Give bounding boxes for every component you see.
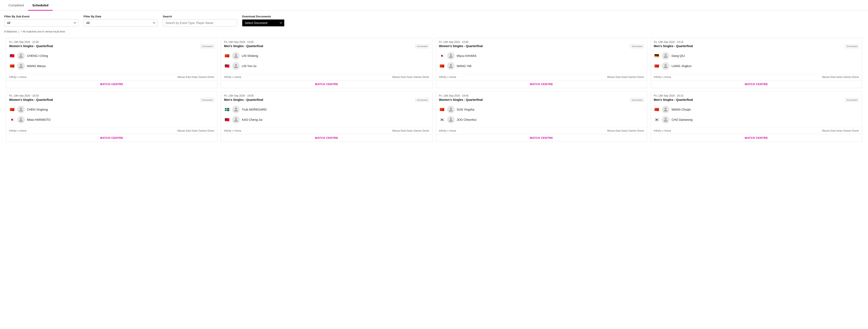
player-avatar-3-2 — [447, 62, 455, 70]
match-location-6: Macao East Asian Games Dome — [392, 129, 429, 132]
player-avatar-7-1 — [447, 106, 455, 113]
match-centre-button-1[interactable]: MATCH CENTRE — [6, 80, 217, 88]
match-datetime-1: Fri, 13th Sep 2024 - 12:30 — [9, 40, 214, 44]
player-avatar-3-1 — [447, 52, 455, 60]
player-row-6-2: 🇹🇼 KAO Cheng-Jui — [224, 115, 429, 125]
player-name-6-2: KAO Cheng-Jui — [242, 118, 262, 121]
match-datetime-3: Fri, 13th Sep 2024 - 13:40 — [439, 40, 644, 44]
player-row-6-1: 🇸🇪 Truls MOREGARD — [224, 104, 429, 115]
match-count-note: * All matches are in venue local time — [21, 30, 65, 33]
filter-sub-event: Filter By Sub Event All — [4, 15, 79, 27]
match-datetime-4: Fri, 13th Sep 2024 - 14:15 — [654, 40, 859, 44]
player-name-3-2: WANG Yidi — [457, 64, 472, 68]
filter-download: Download Documents Select Document — [242, 15, 284, 27]
match-location-7: Macao East Asian Games Dome — [607, 129, 644, 132]
match-status-1: Scheduled — [200, 44, 214, 48]
player-flag-1-1: 🇹🇼 — [9, 54, 15, 58]
match-location-3: Macao East Asian Games Dome — [607, 76, 644, 79]
player-row-2-1: 🇨🇳 LIN Shidong — [224, 51, 429, 61]
match-players-5: 🇨🇳 CHEN Xingtong 🇯🇵 Miwa HARIMOTO — [6, 104, 217, 127]
player-row-8-1: 🇨🇳 WANG Chuqin — [654, 104, 859, 115]
match-title-row-1: Women's Singles - Quarterfinal Scheduled — [9, 44, 214, 48]
player-avatar-5-1 — [17, 106, 25, 113]
filter-date: Filter By Date All — [84, 15, 158, 27]
match-venue-5: Infinity ∞ Arena — [9, 129, 26, 132]
match-title-row-6: Men's Singles - Quarterfinal Scheduled — [224, 98, 429, 102]
match-location-4: Macao East Asian Games Dome — [822, 76, 859, 79]
tabs-container: Completed Scheduled — [0, 0, 868, 10]
match-header-8: Fri, 13th Sep 2024 - 20:15 Men's Singles… — [651, 92, 862, 104]
player-flag-2-1: 🇨🇳 — [224, 54, 230, 58]
filter-date-label: Filter By Date — [84, 15, 158, 18]
match-venue-4: Infinity ∞ Arena — [654, 76, 671, 79]
tab-scheduled[interactable]: Scheduled — [28, 0, 53, 10]
player-flag-2-2: 🇹🇼 — [224, 64, 230, 68]
match-footer-5: Infinity ∞ Arena Macao East Asian Games … — [6, 127, 217, 134]
player-flag-8-1: 🇨🇳 — [654, 107, 660, 112]
player-avatar-1-2 — [17, 62, 25, 70]
player-flag-5-2: 🇯🇵 — [9, 117, 15, 122]
player-row-5-1: 🇨🇳 CHEN Xingtong — [9, 104, 214, 115]
filter-sub-event-label: Filter By Sub Event — [4, 15, 79, 18]
match-venue-6: Infinity ∞ Arena — [224, 129, 241, 132]
match-status-8: Scheduled — [845, 98, 859, 102]
player-row-7-2: 🇰🇷 JOO Cheonhui — [439, 115, 644, 125]
match-datetime-2: Fri, 13th Sep 2024 - 13:05 — [224, 40, 429, 44]
svg-point-9 — [20, 118, 22, 120]
match-title-row-5: Women's Singles - Quarterfinal Scheduled — [9, 98, 214, 102]
player-name-8-2: CHO Daeseong — [672, 118, 692, 121]
match-centre-button-3[interactable]: MATCH CENTRE — [436, 80, 647, 88]
search-input[interactable] — [163, 19, 237, 27]
svg-point-14 — [665, 108, 666, 110]
player-name-7-2: JOO Cheonhui — [457, 118, 476, 121]
match-title-row-3: Women's Singles - Quarterfinal Scheduled — [439, 44, 644, 48]
match-footer-7: Infinity ∞ Arena Macao East Asian Games … — [436, 127, 647, 134]
player-row-4-2: 🇨🇳 LIANG Jingkun — [654, 61, 859, 71]
match-footer-4: Infinity ∞ Arena Macao East Asian Games … — [651, 74, 862, 80]
player-avatar-8-2 — [662, 116, 670, 124]
match-card-5: Fri, 13th Sep 2024 - 18:30 Women's Singl… — [6, 91, 217, 142]
match-centre-button-6[interactable]: MATCH CENTRE — [221, 134, 432, 142]
match-centre-button-4[interactable]: MATCH CENTRE — [651, 80, 862, 88]
match-title-4: Men's Singles - Quarterfinal — [654, 44, 693, 48]
player-name-1-2: WANG Manyu — [27, 64, 46, 68]
svg-point-5 — [450, 64, 452, 66]
match-title-1: Women's Singles - Quarterfinal — [9, 44, 53, 48]
tab-completed[interactable]: Completed — [4, 0, 28, 10]
match-footer-6: Infinity ∞ Arena Macao East Asian Games … — [221, 127, 432, 134]
player-name-2-1: LIN Shidong — [242, 54, 258, 57]
filter-search-label: Search — [163, 15, 237, 18]
match-card-1: Fri, 13th Sep 2024 - 12:30 Women's Singl… — [6, 38, 217, 88]
player-avatar-6-2 — [232, 116, 240, 124]
match-status-5: Scheduled — [200, 98, 214, 102]
player-row-8-2: 🇰🇷 CHO Daeseong — [654, 115, 859, 125]
download-select[interactable]: Select Document — [242, 19, 284, 27]
match-title-row-4: Men's Singles - Quarterfinal Scheduled — [654, 44, 859, 48]
match-header-3: Fri, 13th Sep 2024 - 13:40 Women's Singl… — [436, 38, 647, 50]
player-avatar-5-2 — [17, 116, 25, 124]
match-centre-button-2[interactable]: MATCH CENTRE — [221, 80, 432, 88]
filter-date-select[interactable]: All — [84, 19, 158, 27]
match-title-row-2: Men's Singles - Quarterfinal Scheduled — [224, 44, 429, 48]
filter-sub-event-select[interactable]: All — [4, 19, 79, 27]
match-centre-button-7[interactable]: MATCH CENTRE — [436, 134, 647, 142]
svg-point-7 — [665, 64, 666, 66]
match-centre-button-8[interactable]: MATCH CENTRE — [651, 134, 862, 142]
player-avatar-7-2 — [447, 116, 455, 124]
player-row-4-1: 🇩🇪 Dang QIU — [654, 51, 859, 61]
match-header-1: Fri, 13th Sep 2024 - 12:30 Women's Singl… — [6, 38, 217, 50]
filters-bar: Filter By Sub Event All Filter By Date A… — [0, 10, 868, 29]
player-flag-4-2: 🇨🇳 — [654, 64, 660, 68]
svg-point-3 — [235, 64, 237, 66]
player-avatar-2-1 — [232, 52, 240, 60]
player-row-7-1: 🇨🇳 SUN Yingsha — [439, 104, 644, 115]
match-footer-2: Infinity ∞ Arena Macao East Asian Games … — [221, 74, 432, 80]
player-row-5-2: 🇯🇵 Miwa HARIMOTO — [9, 115, 214, 125]
svg-point-13 — [450, 118, 452, 120]
match-title-6: Men's Singles - Quarterfinal — [224, 98, 263, 102]
match-centre-button-5[interactable]: MATCH CENTRE — [6, 134, 217, 142]
player-name-7-1: SUN Yingsha — [457, 108, 474, 111]
player-avatar-6-1 — [232, 106, 240, 113]
svg-point-10 — [235, 108, 237, 110]
match-location-5: Macao East Asian Games Dome — [178, 129, 214, 132]
